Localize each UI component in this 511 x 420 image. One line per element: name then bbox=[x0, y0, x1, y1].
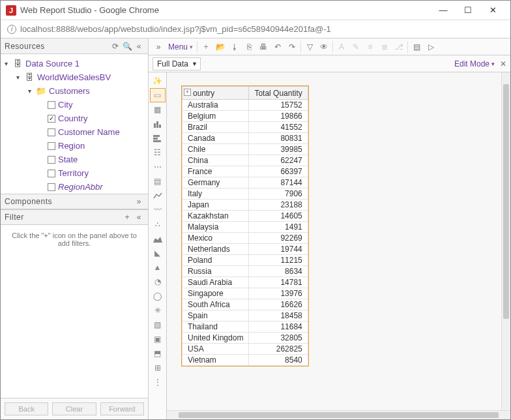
table-row[interactable]: Kazakhstan14605 bbox=[182, 211, 308, 222]
horizontal-scrollbar[interactable] bbox=[167, 410, 510, 419]
undo-icon[interactable]: ↶ bbox=[270, 40, 285, 54]
wizard-icon[interactable]: ✨ bbox=[150, 74, 166, 88]
resources-header[interactable]: Resources ⟳ 🔍 « bbox=[1, 38, 148, 54]
dots-chart-icon[interactable]: ⋯ bbox=[150, 160, 166, 174]
tree-node[interactable]: Customer Name bbox=[1, 125, 148, 139]
back-button[interactable]: Back bbox=[5, 402, 48, 415]
tree-node[interactable]: ▾🗄Data Source 1 bbox=[1, 57, 148, 70]
branch-icon[interactable]: ⎇ bbox=[392, 40, 406, 54]
table-row[interactable]: Netherlands19744 bbox=[182, 244, 308, 255]
add-filter-icon[interactable]: + bbox=[122, 213, 132, 222]
tree-checkbox[interactable] bbox=[48, 183, 55, 191]
refresh-icon[interactable]: ⟳ bbox=[110, 42, 121, 51]
area-chart-icon[interactable] bbox=[150, 232, 166, 246]
tree-node[interactable]: State bbox=[1, 153, 148, 166]
vertical-scrollbar[interactable] bbox=[501, 72, 510, 410]
expand-components-icon[interactable]: » bbox=[134, 197, 144, 206]
preview-icon[interactable]: 👁 bbox=[317, 40, 331, 54]
filter-header[interactable]: Filter + « bbox=[1, 209, 148, 225]
table-row[interactable]: Russia8634 bbox=[182, 266, 308, 277]
minimize-button[interactable]: — bbox=[431, 1, 456, 20]
stacked-bar-icon[interactable]: ☷ bbox=[150, 145, 166, 160]
donut-chart-icon[interactable]: ◯ bbox=[150, 289, 166, 303]
table-header[interactable]: Total Quantity bbox=[249, 87, 308, 100]
save-icon[interactable]: ⭳ bbox=[227, 40, 242, 54]
text-tool-icon[interactable]: A bbox=[334, 40, 349, 54]
tree-checkbox[interactable] bbox=[48, 101, 55, 109]
components-header[interactable]: Components » bbox=[1, 194, 148, 209]
style-tool-icon[interactable]: ✎ bbox=[349, 40, 363, 54]
export-icon[interactable]: ⎘ bbox=[242, 40, 256, 54]
tree-node[interactable]: Territory bbox=[1, 166, 148, 180]
table-row[interactable]: Australia15752 bbox=[182, 100, 308, 111]
site-info-icon[interactable]: i bbox=[7, 25, 16, 34]
scatter-icon[interactable]: ∴ bbox=[150, 217, 166, 232]
edit-mode-toggle[interactable]: Edit Mode▾ bbox=[454, 59, 495, 68]
layout-icon[interactable]: ▤ bbox=[409, 40, 424, 54]
tree-node[interactable]: City bbox=[1, 98, 148, 112]
clear-button[interactable]: Clear bbox=[52, 402, 96, 415]
tree-checkbox[interactable] bbox=[48, 115, 55, 123]
collapse-icon[interactable]: « bbox=[134, 42, 144, 51]
table-row[interactable]: Canada80831 bbox=[182, 133, 308, 144]
more-charts-icon[interactable]: ⋮ bbox=[150, 375, 166, 389]
table-header[interactable]: +ountry bbox=[182, 87, 249, 100]
tree-node[interactable]: RegionAbbr bbox=[1, 180, 148, 194]
table-row[interactable]: Singapore13976 bbox=[182, 288, 308, 299]
table-row[interactable]: Italy7906 bbox=[182, 188, 308, 200]
menu-button[interactable]: Menu▾ bbox=[166, 42, 196, 52]
table-row[interactable]: Chile39985 bbox=[182, 144, 308, 155]
table-row[interactable]: Saudi Arabia14781 bbox=[182, 277, 308, 288]
close-edit-icon[interactable]: ✕ bbox=[500, 59, 506, 68]
combo-chart-icon[interactable]: ⬒ bbox=[150, 346, 166, 361]
filter-icon[interactable]: ▽ bbox=[302, 40, 317, 54]
tree-node[interactable]: Region bbox=[1, 139, 148, 153]
table-row[interactable]: Malaysia1491 bbox=[182, 222, 308, 233]
address-bar[interactable]: i localhost:8888/webos/app/webstudio/ind… bbox=[1, 20, 510, 38]
close-window-button[interactable]: ✕ bbox=[480, 1, 505, 20]
tree-arrow-icon[interactable]: ▾ bbox=[28, 87, 36, 95]
bar-chart-icon[interactable] bbox=[150, 117, 166, 131]
data-mode-select[interactable]: Full Data ▼ bbox=[153, 57, 201, 70]
radar-chart-icon[interactable]: ✳ bbox=[150, 303, 166, 318]
open-icon[interactable]: 📂 bbox=[213, 40, 227, 54]
align-left-icon[interactable]: ≡ bbox=[363, 40, 377, 54]
table-row[interactable]: USA262825 bbox=[182, 344, 308, 355]
tree-checkbox[interactable] bbox=[48, 156, 55, 164]
line2-chart-icon[interactable]: 〰 bbox=[150, 203, 166, 217]
heatmap-icon[interactable]: ▤ bbox=[150, 174, 166, 188]
redo-icon[interactable]: ↷ bbox=[285, 40, 299, 54]
report-canvas[interactable]: +ountryTotal QuantityAustralia15752Belgi… bbox=[167, 72, 510, 419]
table-row[interactable]: France66397 bbox=[182, 166, 308, 177]
area2-chart-icon[interactable]: ◣ bbox=[150, 246, 166, 260]
table-row[interactable]: Mexico92269 bbox=[182, 233, 308, 244]
table-row[interactable]: Vietnam8540 bbox=[182, 355, 308, 366]
hbar-chart-icon[interactable] bbox=[150, 131, 166, 145]
table-row[interactable]: Poland11215 bbox=[182, 255, 308, 266]
resource-tree[interactable]: ▾🗄Data Source 1▾🗄WorldWideSalesBV▾📁Custo… bbox=[1, 54, 148, 194]
tree-checkbox[interactable] bbox=[48, 128, 55, 136]
table-row[interactable]: United Kingdom32805 bbox=[182, 333, 308, 344]
tree-checkbox[interactable] bbox=[48, 142, 55, 150]
table-row[interactable]: Germany87144 bbox=[182, 177, 308, 188]
area3-chart-icon[interactable]: ▲ bbox=[150, 260, 166, 275]
tree-arrow-icon[interactable]: ▾ bbox=[16, 74, 24, 81]
tree-node[interactable]: ▾📁Customers bbox=[1, 84, 148, 98]
image-icon[interactable]: ▣ bbox=[150, 332, 166, 346]
align-menu-icon[interactable]: ≣ bbox=[377, 40, 392, 54]
table-row[interactable]: Spain18458 bbox=[182, 310, 308, 322]
map-icon[interactable]: ▧ bbox=[150, 318, 166, 332]
expand-toolbar-icon[interactable]: » bbox=[151, 40, 166, 54]
table-row[interactable]: China62247 bbox=[182, 155, 308, 166]
tree-arrow-icon[interactable]: ▾ bbox=[5, 60, 12, 67]
line-chart-icon[interactable] bbox=[150, 188, 166, 203]
tree-checkbox[interactable] bbox=[48, 170, 55, 177]
pie-chart-icon[interactable]: ◔ bbox=[150, 275, 166, 289]
tree-node[interactable]: ▾🗄WorldWideSalesBV bbox=[1, 70, 148, 84]
tree-node[interactable]: Country bbox=[1, 112, 148, 125]
search-icon[interactable]: 🔍 bbox=[122, 42, 132, 51]
collapse-filter-icon[interactable]: « bbox=[134, 213, 144, 222]
table-row[interactable]: South Africa16626 bbox=[182, 299, 308, 310]
report-table-card[interactable]: +ountryTotal QuantityAustralia15752Belgi… bbox=[181, 85, 309, 367]
print-icon[interactable]: 🖶 bbox=[256, 40, 270, 54]
